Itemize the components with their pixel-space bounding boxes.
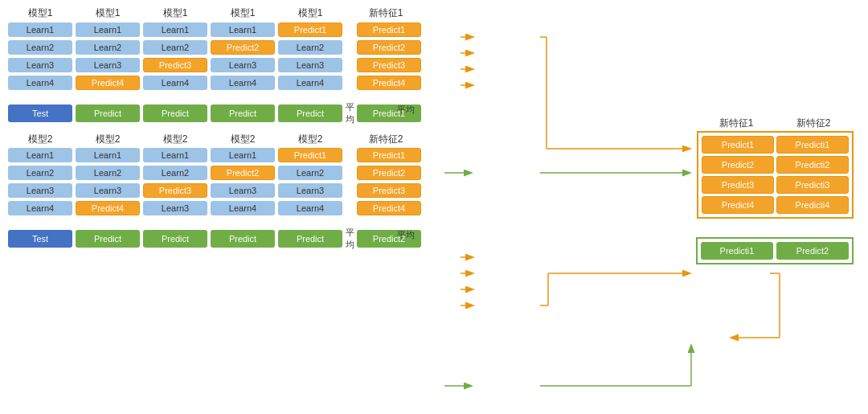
s2-r2-c4: Predict2 xyxy=(211,166,275,180)
s2-row4: Learn4 Predict4 Learn3 Learn4 Learn4 Pre… xyxy=(8,201,421,215)
test-row1: Test Predict Predict Predict Predict 平均 … xyxy=(8,101,421,125)
rp-h1: 新特征1 xyxy=(699,117,773,130)
s2-r1-c4: Learn1 xyxy=(211,148,275,162)
s2-r3-c3: Predict3 xyxy=(143,183,207,198)
s1-row4: Learn4 Predict4 Learn4 Learn4 Learn4 Pre… xyxy=(8,76,421,90)
s1-h4: 模型1 xyxy=(211,6,275,20)
s1-r2-c2: Learn2 xyxy=(76,40,140,55)
s2-row2: Learn2 Learn2 Learn2 Predict2 Learn2 Pre… xyxy=(8,166,421,180)
s1-row3: Learn3 Learn3 Predict3 Learn3 Learn3 Pre… xyxy=(8,58,421,72)
s1-r3-c1: Learn3 xyxy=(8,58,72,72)
s2-r2-c1: Learn2 xyxy=(8,166,72,180)
test-row2: Test Predict Predict Predict Predict 平均 … xyxy=(8,227,421,251)
right-panel-grid: Predict1 Predicti1 Predict2 Predicti2 Pr… xyxy=(697,131,854,219)
avg1-label: 平均 xyxy=(346,101,354,125)
s2-r4-c6: Predict4 xyxy=(357,201,421,215)
s1-r3-c6: Predict3 xyxy=(357,58,421,72)
s1-r1-c6: Predict1 xyxy=(357,23,421,37)
test2-p3: Predict xyxy=(211,230,275,248)
s2-r1-c3: Learn1 xyxy=(143,148,207,162)
section2-headers: 模型2 模型2 模型2 模型2 模型2 新特征2 xyxy=(8,133,418,146)
s1-r1-c5: Predict1 xyxy=(278,23,342,37)
rp-r2-c2: Predicti2 xyxy=(776,156,849,174)
test1-label: Test xyxy=(8,105,72,122)
test1-p1: Predict xyxy=(76,105,140,122)
s1-r3-c2: Learn3 xyxy=(76,58,140,72)
s2-h2: 模型2 xyxy=(76,133,140,146)
s2-h5: 模型2 xyxy=(278,133,342,146)
s1-h1: 模型1 xyxy=(8,6,72,20)
rp-r4-c2: Predicti4 xyxy=(776,196,849,214)
s1-row2: Learn2 Learn2 Learn2 Predict2 Learn2 Pre… xyxy=(8,40,421,55)
s1-r4-c1: Learn4 xyxy=(8,76,72,90)
s2-r4-c5: Learn4 xyxy=(278,201,342,215)
rp-bottom-c1: Predicti1 xyxy=(701,242,773,260)
s2-r3-c6: Predict3 xyxy=(357,183,421,198)
s2-r1-c6: Predict1 xyxy=(357,148,421,162)
s2-r4-c3: Learn3 xyxy=(143,201,207,215)
s1-r2-c6: Predict2 xyxy=(357,40,421,55)
s1-r4-c5: Learn4 xyxy=(278,76,342,90)
s2-h3: 模型2 xyxy=(143,133,207,146)
right-panel-cells: Predict1 Predicti1 Predict2 Predicti2 Pr… xyxy=(702,136,849,214)
test2-p4: Predict xyxy=(278,230,342,248)
s2-r4-c1: Learn4 xyxy=(8,201,72,215)
s2-r2-c5: Learn2 xyxy=(278,166,342,180)
test2-label: Test xyxy=(8,230,72,248)
s1-h3: 模型1 xyxy=(143,6,207,20)
s1-r4-c2: Predict4 xyxy=(76,76,140,90)
test2-p2: Predict xyxy=(143,230,207,248)
rp-r1-c1: Predict1 xyxy=(702,136,774,154)
s1-r4-c3: Learn4 xyxy=(143,76,207,90)
s1-row1: Learn1 Learn1 Learn1 Learn1 Predict1 Pre… xyxy=(8,23,421,37)
rp-bottom-c2: Predict2 xyxy=(776,242,849,260)
s1-h6: 新特征1 xyxy=(354,6,418,20)
s1-r1-c4: Learn1 xyxy=(211,23,275,37)
s1-r4-c6: Predict4 xyxy=(357,76,421,90)
rp-h2: 新特征2 xyxy=(776,117,850,130)
s2-row1: Learn1 Learn1 Learn1 Learn1 Predict1 Pre… xyxy=(8,148,421,162)
s2-r1-c5: Predict1 xyxy=(278,148,342,162)
right-panel-bottom: Predicti1 Predict2 xyxy=(696,237,854,264)
s2-h6: 新特征2 xyxy=(354,133,418,146)
test2-p1: Predict xyxy=(76,230,140,248)
rp-r4-c1: Predict4 xyxy=(702,196,774,214)
s1-r2-c1: Learn2 xyxy=(8,40,72,55)
s1-r3-c4: Learn3 xyxy=(211,58,275,72)
right-panel-headers: 新特征1 新特征2 xyxy=(699,117,850,130)
s2-r3-c4: Learn3 xyxy=(211,183,275,198)
s1-r2-c4: Predict2 xyxy=(211,40,275,55)
s2-h1: 模型2 xyxy=(8,133,72,146)
rp-r3-c1: Predict3 xyxy=(702,176,774,194)
s2-r3-c1: Learn3 xyxy=(8,183,72,198)
s2-r1-c1: Learn1 xyxy=(8,148,72,162)
s1-r1-c3: Learn1 xyxy=(143,23,207,37)
s1-r3-c3: Predict3 xyxy=(143,58,207,72)
s2-r1-c2: Learn1 xyxy=(76,148,140,162)
s1-r1-c2: Learn1 xyxy=(76,23,140,37)
s1-r2-c3: Learn2 xyxy=(143,40,207,55)
s2-h4: 模型2 xyxy=(211,133,275,146)
rp-r1-c2: Predicti1 xyxy=(776,136,849,154)
s2-r3-c2: Learn3 xyxy=(76,183,140,198)
avg2-label: 平均 xyxy=(346,227,354,251)
s1-r1-c1: Learn1 xyxy=(8,23,72,37)
rp-r2-c1: Predict2 xyxy=(702,156,774,174)
avg1-text: 平均 xyxy=(397,104,415,116)
s2-r4-c2: Predict4 xyxy=(76,201,140,215)
s1-h5: 模型1 xyxy=(278,6,342,20)
main-container: 模型1 模型1 模型1 模型1 模型1 新特征1 Learn1 Learn1 L… xyxy=(0,0,868,414)
section1-headers: 模型1 模型1 模型1 模型1 模型1 新特征1 xyxy=(8,6,418,20)
rp-r3-c2: Predicti3 xyxy=(776,176,849,194)
avg2-text: 平均 xyxy=(397,229,415,241)
s2-r3-c5: Learn3 xyxy=(278,183,342,198)
test1-p2: Predict xyxy=(143,105,207,122)
test1-p3: Predict xyxy=(211,105,275,122)
s2-r2-c3: Learn2 xyxy=(143,166,207,180)
s2-r4-c4: Learn4 xyxy=(211,201,275,215)
s2-r2-c2: Learn2 xyxy=(76,166,140,180)
s1-h2: 模型1 xyxy=(76,6,140,20)
s1-r2-c5: Learn2 xyxy=(278,40,342,55)
s1-r4-c4: Learn4 xyxy=(211,76,275,90)
s2-r2-c6: Predict2 xyxy=(357,166,421,180)
